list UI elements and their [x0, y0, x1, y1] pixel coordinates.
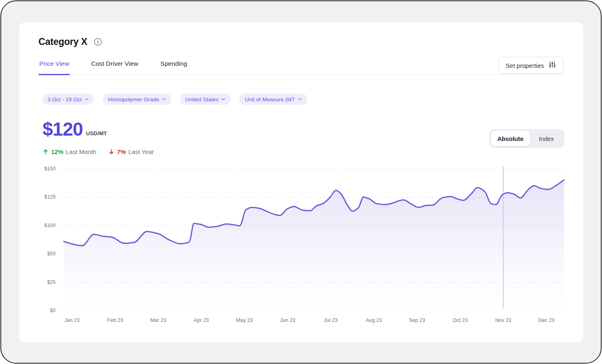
info-icon[interactable] — [94, 38, 102, 46]
delta-last-month: 12% Last Month — [43, 148, 96, 155]
price-chart[interactable] — [62, 166, 566, 311]
price-unit: USD/MT — [86, 130, 107, 138]
page-title: Category X — [38, 36, 87, 47]
filter-bar: 3 Oct - 19 Oct Homopolymer Grade United … — [42, 94, 307, 105]
delta-label: Last Month — [66, 148, 96, 155]
x-axis-tick: Aug 23 — [366, 317, 382, 323]
x-axis-tick: May 23 — [236, 317, 253, 323]
filter-chip-label: United States — [185, 96, 218, 103]
screenshot-root: Category X Set properties — [0, 0, 602, 364]
filter-chip-date-range[interactable]: 3 Oct - 19 Oct — [42, 94, 94, 105]
delta-pct: 12% — [51, 148, 63, 155]
y-axis-tick: $100 — [31, 223, 56, 228]
chevron-down-icon — [221, 98, 225, 100]
x-axis-tick: Sep 23 — [409, 317, 425, 323]
tab-bar: Price View Cost Driver View Spending — [38, 58, 564, 75]
filter-chip-grade[interactable]: Homopolymer Grade — [103, 94, 171, 105]
filter-chip-label: Homopolymer Grade — [108, 96, 159, 103]
chevron-down-icon — [85, 98, 89, 100]
chevron-down-icon — [298, 98, 302, 100]
x-axis-tick: Jul 23 — [324, 317, 337, 323]
y-axis-tick: $50 — [31, 251, 56, 257]
filter-chip-label: 3 Oct - 19 Oct — [47, 96, 82, 103]
y-axis-tick: $150 — [31, 166, 56, 172]
y-axis-tick: $125 — [31, 194, 56, 200]
delta-pct: 7% — [117, 148, 126, 155]
x-axis-tick: Jun 23 — [280, 317, 296, 323]
filter-chip-label: Unit of Measure (MT — [245, 96, 295, 103]
y-axis-tick: $25 — [31, 279, 56, 285]
filter-chip-unit-of-measure[interactable]: Unit of Measure (MT — [239, 94, 307, 105]
chevron-down-icon — [162, 98, 166, 100]
tab-cost-driver-view[interactable]: Cost Driver View — [90, 58, 139, 74]
header: Category X — [38, 36, 102, 47]
toggle-index[interactable]: Index — [530, 131, 563, 146]
price-block: $120 USD/MT — [43, 120, 107, 138]
tab-price-view[interactable]: Price View — [38, 58, 70, 74]
delta-label: Last Year — [128, 148, 154, 155]
x-axis-tick: Nov 23 — [495, 317, 512, 323]
price-value: $120 — [43, 120, 83, 138]
window-frame: Category X Set properties — [0, 0, 602, 364]
x-axis-tick: Apr 23 — [194, 317, 209, 323]
view-toggle: Absolute Index — [489, 129, 564, 148]
toggle-absolute[interactable]: Absolute — [491, 131, 530, 146]
filter-chip-country[interactable]: United States — [180, 94, 231, 105]
y-axis-tick: $0 — [31, 308, 56, 313]
x-axis-tick: Dec 23 — [538, 317, 555, 323]
arrow-up-icon — [43, 149, 49, 155]
delta-last-year: 7% Last Year — [108, 148, 154, 155]
tab-spending[interactable]: Spending — [159, 58, 188, 74]
x-axis-tick: Jan 23 — [64, 317, 80, 323]
x-axis-tick: Mar 23 — [150, 317, 166, 323]
x-axis-tick: Oct 23 — [453, 317, 468, 323]
x-axis-tick: Feb 23 — [107, 317, 123, 323]
dashboard-card: Category X Set properties — [19, 22, 583, 342]
arrow-down-icon — [108, 149, 115, 155]
price-deltas: 12% Last Month 7% Last Year — [43, 148, 154, 155]
